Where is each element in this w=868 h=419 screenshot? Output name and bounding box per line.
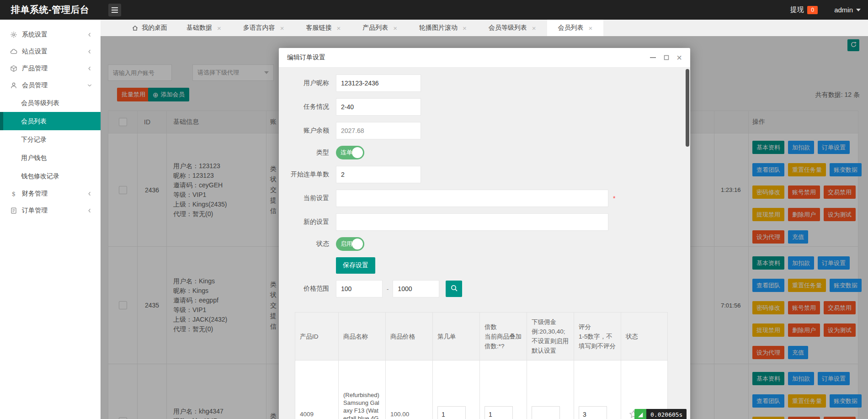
start-count-field[interactable] bbox=[336, 166, 421, 183]
close-icon[interactable]: × bbox=[676, 53, 682, 62]
chevron-down-icon bbox=[87, 83, 92, 88]
product-col-header-4: 第几单 bbox=[433, 313, 480, 361]
sidebar-item-4-2[interactable]: 会员列表 bbox=[0, 112, 101, 130]
new-setting-field[interactable] bbox=[336, 213, 608, 231]
tab-3[interactable]: 客服链接× bbox=[295, 20, 352, 36]
topbar: 排单系统-管理后台 提现 0 admin bbox=[0, 0, 868, 20]
product-table: 产品ID商品名称商品价格第几单倍数 当前商品叠加倍数:*?下级佣金 例:20,3… bbox=[295, 312, 668, 419]
close-icon[interactable]: × bbox=[280, 25, 284, 32]
modal-header: 编辑订单设置 × bbox=[279, 48, 690, 68]
multiple-field[interactable] bbox=[485, 406, 513, 419]
user-menu[interactable]: admin bbox=[834, 6, 861, 14]
tab-4[interactable]: 产品列表× bbox=[351, 20, 408, 36]
sidebar-group-label: 订单管理 bbox=[22, 207, 87, 215]
username: admin bbox=[834, 6, 853, 14]
product-price: 100.00 bbox=[386, 361, 433, 419]
app-title: 排单系统-管理后台 bbox=[11, 4, 89, 16]
cloud-icon bbox=[10, 48, 17, 55]
toggle-knob bbox=[352, 147, 363, 158]
status-toggle[interactable]: 启用 bbox=[336, 237, 364, 251]
tab-label: 多语言内容 bbox=[243, 24, 275, 32]
tab-label: 轮播图片滚动 bbox=[419, 24, 458, 32]
product-col-header-3: 商品价格 bbox=[386, 313, 433, 361]
edit-order-modal: 编辑订单设置 × 用户昵称 任务情况 账户余额 类型 连单 bbox=[279, 48, 690, 419]
sidebar-group-label: 产品管理 bbox=[22, 64, 87, 73]
product-col-header-5: 倍数 当前商品叠加倍数:*? bbox=[480, 313, 527, 361]
sidebar-item-4-5[interactable]: 钱包修改记录 bbox=[0, 167, 101, 185]
save-settings-button[interactable]: 保存设置 bbox=[336, 257, 375, 274]
sidebar-group-6[interactable]: 订单管理 bbox=[0, 202, 101, 219]
withdraw-menu[interactable]: 提现 0 bbox=[790, 5, 818, 14]
status-toggle-label: 启用 bbox=[341, 237, 352, 251]
sidebar-item-4-3[interactable]: 下分记录 bbox=[0, 130, 101, 149]
nickname-field[interactable] bbox=[336, 74, 421, 92]
tab-label: 客服链接 bbox=[306, 24, 332, 32]
current-setting-field[interactable] bbox=[336, 190, 608, 207]
commission-field[interactable] bbox=[532, 406, 560, 419]
task-field[interactable] bbox=[336, 98, 421, 116]
sidebar-group-4[interactable]: 会员管理 bbox=[0, 77, 101, 94]
modal-body: 用户昵称 任务情况 账户余额 类型 连单 开始连单单数 当前设置 * bbox=[279, 68, 690, 419]
product-col-header-7: 评分 1-5数字，不填写则不评分 bbox=[574, 313, 621, 361]
tab-1[interactable]: 基础数据× bbox=[176, 20, 232, 36]
nickname-label: 用户昵称 bbox=[279, 79, 329, 87]
modal-scrollbar[interactable] bbox=[686, 69, 689, 147]
order-icon bbox=[10, 207, 17, 214]
chevron-left-icon bbox=[87, 66, 92, 71]
product-row-4009: 4009(Refurbished) Samsung Galaxy F13 (Wa… bbox=[295, 361, 668, 419]
close-icon[interactable]: × bbox=[217, 25, 221, 32]
tab-2[interactable]: 多语言内容× bbox=[232, 20, 295, 36]
minimize-icon[interactable] bbox=[650, 54, 656, 61]
chevron-left-icon bbox=[87, 208, 92, 213]
tab-label: 基础数据 bbox=[186, 24, 212, 32]
close-icon[interactable]: × bbox=[532, 25, 536, 32]
close-icon[interactable]: × bbox=[393, 25, 397, 32]
tab-label: 会员列表 bbox=[558, 24, 584, 32]
close-icon[interactable]: × bbox=[337, 25, 341, 32]
modal-title: 编辑订单设置 bbox=[287, 53, 325, 62]
sidebar-item-4-4[interactable]: 用户钱包 bbox=[0, 149, 101, 167]
cube-icon bbox=[10, 65, 17, 72]
sidebar-item-4-1[interactable]: 会员等级列表 bbox=[0, 94, 101, 112]
type-toggle-label: 连单 bbox=[341, 146, 352, 159]
sidebar-group-2[interactable]: 站点设置 bbox=[0, 43, 101, 60]
price-separator: - bbox=[387, 286, 389, 292]
sidebar-group-label: 财务管理 bbox=[22, 190, 87, 198]
sidebar-group-5[interactable]: $财务管理 bbox=[0, 185, 101, 202]
current-setting-label: 当前设置 bbox=[279, 194, 329, 202]
sidebar-group-3[interactable]: 产品管理 bbox=[0, 60, 101, 77]
sidebar: 系统设置站点设置产品管理会员管理会员等级列表会员列表下分记录用户钱包钱包修改记录… bbox=[0, 20, 101, 419]
hamburger-icon[interactable] bbox=[108, 4, 121, 16]
close-icon[interactable]: × bbox=[463, 25, 467, 32]
render-timer: 0.020605s bbox=[634, 409, 687, 419]
tab-home[interactable]: 我的桌面 bbox=[123, 20, 176, 36]
sidebar-group-1[interactable]: 系统设置 bbox=[0, 26, 101, 43]
tab-label: 会员等级列表 bbox=[489, 24, 527, 32]
task-label: 任务情况 bbox=[279, 103, 329, 111]
product-name: (Refurbished) Samsung Galaxy F13 (Waterf… bbox=[343, 391, 381, 419]
balance-field[interactable] bbox=[336, 122, 421, 139]
product-id: 4009 bbox=[295, 361, 339, 419]
chevron-left-icon bbox=[87, 49, 92, 54]
maximize-icon[interactable] bbox=[664, 55, 669, 60]
chevron-left-icon bbox=[87, 32, 92, 37]
product-col-header-1: 产品ID bbox=[295, 313, 339, 361]
start-count-label: 开始连单单数 bbox=[279, 170, 329, 179]
product-col-header-8: 状态 bbox=[621, 313, 668, 361]
tab-6[interactable]: 会员等级列表× bbox=[478, 20, 547, 36]
price-search-button[interactable] bbox=[446, 281, 462, 297]
tab-7[interactable]: 会员列表× bbox=[547, 20, 604, 36]
price-min-field[interactable] bbox=[336, 280, 383, 297]
tab-bar: 我的桌面基础数据×多语言内容×客服链接×产品列表×轮播图片滚动×会员等级列表×会… bbox=[101, 20, 868, 36]
price-max-field[interactable] bbox=[393, 280, 439, 297]
tab-5[interactable]: 轮播图片滚动× bbox=[408, 20, 478, 36]
withdraw-label: 提现 bbox=[790, 5, 804, 14]
caret-down-icon bbox=[856, 9, 861, 11]
user-icon bbox=[10, 82, 17, 89]
type-toggle[interactable]: 连单 bbox=[336, 146, 364, 159]
tab-label: 我的桌面 bbox=[142, 24, 167, 32]
timer-value: 0.020605s bbox=[646, 409, 687, 419]
nth-order-field[interactable] bbox=[437, 406, 466, 419]
close-icon[interactable]: × bbox=[589, 25, 593, 32]
rating-field[interactable] bbox=[579, 406, 607, 419]
